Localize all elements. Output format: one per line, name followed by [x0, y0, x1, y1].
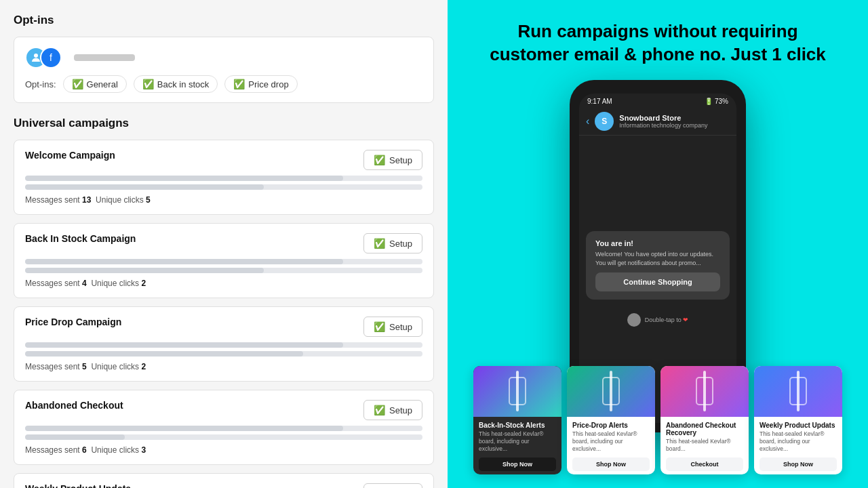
mini-card-img-1: [567, 366, 655, 417]
check-icon-general: ✅: [72, 79, 83, 89]
heart-icon: ❤: [683, 317, 688, 323]
campaign-name-2: Price Drop Campaign: [25, 317, 121, 327]
messages-sent-0: 13: [82, 195, 91, 205]
mini-card-desc-3: This heat-sealed Kevlar® board, includin…: [760, 430, 837, 453]
setup-button-1[interactable]: ✅ Setup: [363, 233, 422, 253]
progress-bar-fill-3a: [25, 426, 343, 431]
badge-general-label: General: [87, 79, 118, 89]
mini-card-2: Abandoned Checkout Recovery This heat-se…: [660, 366, 749, 474]
mini-card-desc-0: This heat-sealed Kevlar® board, includin…: [479, 430, 556, 453]
mini-card-btn-0[interactable]: Shop Now: [479, 458, 556, 471]
campaign-card-1: Back In Stock Campaign ✅ Setup Messages …: [14, 223, 434, 298]
mini-card-btn-1[interactable]: Shop Now: [572, 458, 650, 471]
progress-bar-bg-0b: [25, 184, 422, 190]
progress-bar-fill-1a: [25, 259, 343, 264]
campaign-name-4: Weekly Product Update: [25, 483, 131, 488]
progress-bars-1: [25, 259, 422, 273]
phone-battery: 🔋 73%: [705, 98, 728, 105]
badge-back-in-stock-label: Back in stock: [157, 79, 210, 89]
badge-back-in-stock: ✅ Back in stock: [134, 75, 218, 93]
setup-label-3: Setup: [389, 405, 412, 415]
progress-bars-3: [25, 426, 422, 440]
messages-sent-3: 6: [82, 445, 87, 455]
campaign-name-1: Back In Stock Campaign: [25, 233, 136, 244]
store-info: Snowboard Store Information technology c…: [619, 114, 707, 129]
progress-bar-bg-3a: [25, 426, 422, 431]
mini-card-body-2: Abandoned Checkout Recovery This heat-se…: [660, 417, 749, 474]
left-panel: Opt-ins f Opt-ins: ✅ General ✅ Back in s…: [0, 0, 448, 488]
store-avatar: S: [595, 112, 614, 131]
messages-sent-1: 4: [82, 279, 87, 288]
campaign-cards-row: Back-In-Stock Alerts This heat-sealed Ke…: [473, 366, 842, 474]
progress-bar-fill-3b: [25, 434, 125, 440]
campaign-name-3: Abandoned Checkout: [25, 400, 123, 411]
mini-card-btn-3[interactable]: Shop Now: [760, 458, 837, 471]
user-avatar-sm: [627, 313, 641, 327]
unique-clicks-2: 2: [141, 362, 146, 371]
setup-label-1: Setup: [389, 239, 412, 249]
mini-card-img-2: [660, 366, 749, 417]
continue-shopping-button[interactable]: Continue Shopping: [595, 272, 720, 291]
check-icon-back-in-stock: ✅: [142, 79, 154, 89]
unique-clicks-0: 5: [146, 195, 151, 205]
campaign-card-2: Price Drop Campaign ✅ Setup Messages sen…: [14, 306, 434, 382]
mini-card-title-3: Weekly Product Updats: [760, 422, 837, 429]
mini-card-img-3: [754, 366, 842, 417]
badge-price-drop: ✅ Price drop: [224, 75, 297, 93]
progress-bars-2: [25, 342, 422, 357]
phone-back-icon[interactable]: ‹: [586, 115, 589, 127]
optins-label: Opt-ins:: [25, 79, 56, 89]
progress-bar-bg-2a: [25, 342, 422, 348]
mini-card-img-0: [473, 366, 561, 417]
mini-card-title-0: Back-In-Stock Alerts: [479, 422, 556, 429]
setup-button-0[interactable]: ✅ Setup: [363, 150, 422, 170]
optins-section-title: Opt-ins: [14, 14, 434, 27]
campaigns-section: Welcome Campaign ✅ Setup Messages sent 1…: [14, 140, 434, 488]
campaign-stats-2: Messages sent 5 Unique clicks 2: [25, 362, 422, 371]
campaign-stats-3: Messages sent 6 Unique clicks 3: [25, 445, 422, 455]
mini-card-title-1: Price-Drop Alerts: [572, 422, 650, 429]
campaign-stats-1: Messages sent 4 Unique clicks 2: [25, 279, 422, 288]
optins-row: Opt-ins: ✅ General ✅ Back in stock ✅ Pri…: [25, 75, 422, 93]
progress-bars-0: [25, 176, 422, 190]
optins-avatar-row: f: [25, 47, 422, 68]
avatar-stack: f: [25, 47, 62, 68]
bubble-title: You are in!: [595, 239, 720, 247]
setup-button-2[interactable]: ✅ Setup: [363, 317, 422, 337]
setup-check-icon-1: ✅: [374, 238, 385, 249]
campaign-card-4: Weekly Product Update ✅ Setup Messages s…: [14, 473, 434, 488]
check-icon-price-drop: ✅: [233, 79, 245, 89]
store-name: Snowboard Store: [619, 114, 707, 122]
mini-card-body-1: Price-Drop Alerts This heat-sealed Kevla…: [567, 417, 655, 474]
bubble-text: Welcome! You have opted into our updates…: [595, 250, 720, 267]
mini-card-3: Weekly Product Updats This heat-sealed K…: [754, 366, 842, 474]
optin-bubble: You are in! Welcome! You have opted into…: [586, 231, 730, 300]
avatar-name-bar: [74, 54, 135, 61]
campaigns-section-title: Universal campaigns: [14, 117, 434, 130]
setup-button-4[interactable]: ✅ Setup: [363, 483, 422, 488]
messages-sent-2: 5: [82, 362, 87, 371]
mini-card-body-0: Back-In-Stock Alerts This heat-sealed Ke…: [473, 417, 561, 474]
progress-bar-bg-1b: [25, 268, 422, 273]
progress-bar-fill-1b: [25, 268, 264, 273]
mini-card-desc-1: This heat-sealed Kevlar® board, includin…: [572, 430, 650, 453]
double-tap-text: Double-tap to ❤: [645, 317, 689, 323]
campaign-header-1: Back In Stock Campaign ✅ Setup: [25, 233, 422, 253]
mini-card-body-3: Weekly Product Updats This heat-sealed K…: [754, 417, 842, 474]
progress-bar-bg-0a: [25, 176, 422, 181]
campaign-header-0: Welcome Campaign ✅ Setup: [25, 150, 422, 170]
setup-check-icon-0: ✅: [374, 155, 385, 165]
phone-status-bar: 9:17 AM 🔋 73%: [579, 94, 736, 108]
optins-card: f Opt-ins: ✅ General ✅ Back in stock ✅ P…: [14, 37, 434, 103]
setup-label-0: Setup: [389, 155, 412, 165]
campaign-header-3: Abandoned Checkout ✅ Setup: [25, 400, 422, 420]
campaign-name-0: Welcome Campaign: [25, 150, 115, 161]
setup-button-3[interactable]: ✅ Setup: [363, 400, 422, 420]
mini-card-0: Back-In-Stock Alerts This heat-sealed Ke…: [473, 366, 561, 474]
campaign-stats-0: Messages sent 13 Unique clicks 5: [25, 195, 422, 205]
campaign-card-0: Welcome Campaign ✅ Setup Messages sent 1…: [14, 140, 434, 215]
progress-bar-fill-2b: [25, 351, 303, 357]
unique-clicks-3: 3: [141, 445, 146, 455]
mini-card-btn-2[interactable]: Checkout: [666, 458, 743, 471]
unique-clicks-1: 2: [141, 279, 146, 288]
